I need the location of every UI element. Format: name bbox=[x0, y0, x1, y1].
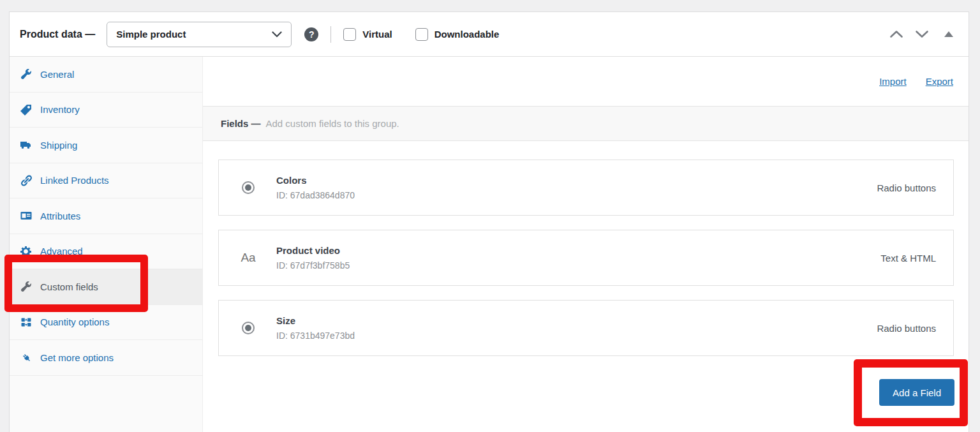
fields-header-title: Fields — bbox=[221, 118, 261, 129]
radio-buttons-icon bbox=[235, 181, 261, 194]
gear-icon bbox=[20, 245, 33, 258]
field-text: Size ID: 6731b497e73bd bbox=[276, 315, 355, 341]
sidebar-item-label: Inventory bbox=[40, 104, 80, 115]
sidebar-item-label: General bbox=[40, 69, 74, 80]
downloadable-checkbox-group: Downloadable bbox=[415, 28, 500, 41]
metabox-title: Product data — bbox=[20, 29, 95, 40]
metabox-controls bbox=[889, 30, 953, 38]
export-link[interactable]: Export bbox=[926, 76, 953, 87]
virtual-checkbox-label: Virtual bbox=[362, 29, 392, 40]
downloadable-checkbox-label: Downloadable bbox=[434, 29, 500, 40]
metabox-header: Product data — Simple product ? Virtual … bbox=[10, 12, 969, 57]
stepper-icon bbox=[20, 316, 33, 329]
sidebar-item-label: Shipping bbox=[40, 140, 77, 151]
move-up-icon[interactable] bbox=[889, 30, 903, 38]
tag-icon bbox=[20, 103, 33, 116]
import-link[interactable]: Import bbox=[879, 76, 907, 87]
field-type: Radio buttons bbox=[877, 323, 936, 334]
field-type: Radio buttons bbox=[877, 182, 936, 193]
product-data-tabs: General Inventory Shipping Linked Produc… bbox=[10, 57, 203, 432]
add-field-row: Add a Field bbox=[203, 379, 969, 406]
attributes-icon bbox=[20, 209, 33, 222]
product-type-value: Simple product bbox=[116, 29, 186, 40]
import-export-bar: Import Export bbox=[203, 57, 969, 106]
field-id: ID: 6731b497e73bd bbox=[276, 331, 355, 341]
virtual-checkbox-group: Virtual bbox=[343, 28, 392, 41]
sidebar-item-label: Get more options bbox=[40, 352, 114, 363]
sidebar-item-attributes[interactable]: Attributes bbox=[10, 198, 202, 234]
sidebar-item-label: Attributes bbox=[40, 211, 80, 221]
field-name: Size bbox=[276, 315, 355, 326]
field-row-product-video[interactable]: Aa Product video ID: 67d7f3bf758b5 Text … bbox=[218, 230, 954, 286]
sidebar-item-label: Linked Products bbox=[40, 175, 109, 186]
downloadable-checkbox[interactable] bbox=[415, 28, 428, 41]
help-icon[interactable]: ? bbox=[304, 27, 318, 41]
field-type: Text & HTML bbox=[880, 253, 936, 264]
field-text: Colors ID: 67dad3864d870 bbox=[276, 175, 355, 200]
custom-fields-panel: Import Export Fields — Add custom fields… bbox=[203, 57, 969, 432]
wrench-icon bbox=[20, 68, 33, 80]
sidebar-item-label: Advanced bbox=[40, 246, 83, 257]
product-type-select[interactable]: Simple product bbox=[107, 22, 292, 47]
field-name: Colors bbox=[276, 175, 355, 186]
field-text: Product video ID: 67d7f3bf758b5 bbox=[276, 245, 350, 271]
sidebar-item-label: Custom fields bbox=[40, 281, 98, 292]
sidebar-item-custom-fields[interactable]: Custom fields bbox=[10, 269, 202, 305]
header-divider bbox=[330, 26, 331, 43]
sidebar-item-inventory[interactable]: Inventory bbox=[10, 93, 202, 128]
help-glyph: ? bbox=[309, 29, 315, 40]
wrench-icon bbox=[20, 280, 33, 293]
metabox-body: General Inventory Shipping Linked Produc… bbox=[10, 57, 969, 432]
plug-icon bbox=[20, 351, 33, 364]
link-icon bbox=[20, 174, 33, 187]
field-name: Product video bbox=[276, 245, 350, 256]
sidebar-item-quantity-options[interactable]: Quantity options bbox=[10, 305, 202, 341]
sidebar-item-linked-products[interactable]: Linked Products bbox=[10, 163, 202, 199]
sidebar-item-advanced[interactable]: Advanced bbox=[10, 234, 202, 270]
aa-glyph: Aa bbox=[241, 251, 255, 265]
toggle-panel-icon[interactable] bbox=[940, 31, 953, 37]
field-id: ID: 67dad3864d870 bbox=[276, 190, 355, 200]
sidebar-item-label: Quantity options bbox=[40, 317, 109, 327]
virtual-checkbox[interactable] bbox=[343, 28, 356, 41]
field-row-size[interactable]: Size ID: 6731b497e73bd Radio buttons bbox=[218, 300, 954, 356]
sidebar-item-get-more-options[interactable]: Get more options bbox=[10, 340, 202, 376]
fields-header-subtitle: Add custom fields to this group. bbox=[266, 118, 399, 129]
page: Product data — Simple product ? Virtual … bbox=[0, 0, 980, 432]
fields-list: Colors ID: 67dad3864d870 Radio buttons A… bbox=[218, 160, 954, 370]
chevron-down-icon bbox=[272, 31, 282, 38]
move-down-icon[interactable] bbox=[915, 30, 929, 38]
truck-icon bbox=[20, 138, 33, 151]
product-data-metabox: Product data — Simple product ? Virtual … bbox=[9, 11, 969, 432]
radio-buttons-icon bbox=[235, 322, 261, 334]
field-row-colors[interactable]: Colors ID: 67dad3864d870 Radio buttons bbox=[218, 160, 954, 216]
add-field-button[interactable]: Add a Field bbox=[879, 379, 954, 406]
fields-header: Fields — Add custom fields to this group… bbox=[203, 106, 969, 141]
sidebar-item-general[interactable]: General bbox=[10, 57, 202, 93]
text-html-icon: Aa bbox=[235, 251, 261, 265]
field-id: ID: 67d7f3bf758b5 bbox=[276, 260, 350, 271]
sidebar-item-shipping[interactable]: Shipping bbox=[10, 128, 202, 163]
